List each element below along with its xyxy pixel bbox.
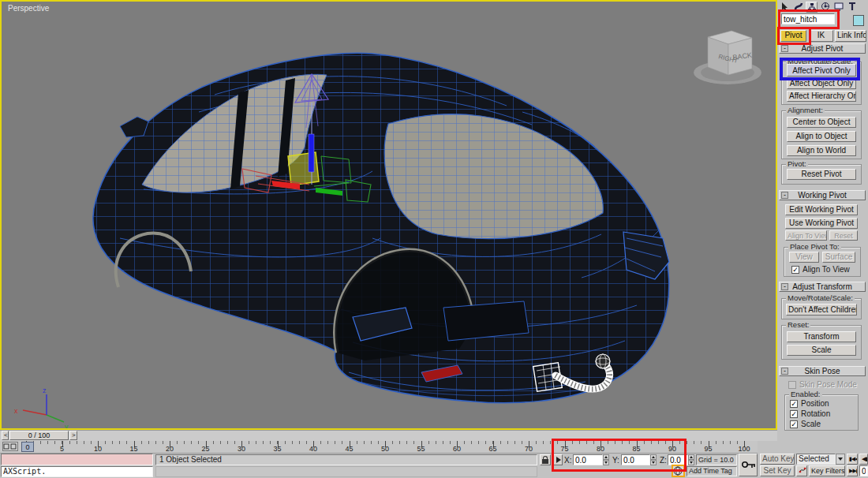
modify-tab-icon[interactable] xyxy=(792,2,804,13)
maxscript-mini-listener[interactable]: AXScript. xyxy=(1,466,153,477)
motion-tab-icon[interactable] xyxy=(819,2,831,13)
checkbox-checked-icon[interactable]: ✓ xyxy=(790,420,798,428)
current-frame-field[interactable] xyxy=(859,465,868,476)
viewport-scene[interactable]: RIGHT BACK x y z xyxy=(2,2,776,428)
checkbox-checked-icon[interactable]: ✓ xyxy=(790,410,798,418)
affect-object-only-button[interactable]: Affect Object Only xyxy=(787,78,856,89)
timeline-tick-label: 40 xyxy=(309,445,317,453)
timeline-tick-label: 35 xyxy=(273,445,281,453)
ik-subtab[interactable]: IK xyxy=(809,30,833,42)
perspective-viewport[interactable]: RIGHT BACK x y z Perspective xyxy=(0,0,777,430)
collapse-icon[interactable]: - xyxy=(781,192,788,199)
y-coord-label: Y: xyxy=(612,456,619,465)
skin-pose-mode-checkbox[interactable]: Skin Pose Mode xyxy=(788,380,857,389)
rotation-checkbox[interactable]: ✓ Rotation xyxy=(790,409,830,418)
timeline-tick-label: 45 xyxy=(345,445,353,453)
transform-button[interactable]: Transform xyxy=(787,331,856,342)
timeline-ruler[interactable]: 0510152025303540455055606570758085909510… xyxy=(0,441,758,454)
object-color-swatch[interactable] xyxy=(853,15,864,26)
z-coord-field[interactable] xyxy=(668,454,688,465)
y-coord-field[interactable] xyxy=(621,454,650,465)
z-coord-spinner[interactable] xyxy=(688,454,694,465)
display-tab-icon[interactable] xyxy=(832,2,844,13)
viewport-label[interactable]: Perspective xyxy=(8,4,49,13)
timeline-labels: 0510152025303540455055606570758085909510… xyxy=(0,441,758,454)
object-name-field[interactable] xyxy=(781,13,835,24)
timeline-tick-label: 30 xyxy=(238,445,245,453)
set-key-button[interactable]: Set Key xyxy=(760,465,795,476)
center-to-object-button[interactable]: Center to Object xyxy=(787,117,856,128)
utilities-tab-icon[interactable] xyxy=(846,2,858,13)
key-filters-button[interactable]: Key Filters... xyxy=(809,465,845,476)
lock-icon xyxy=(542,459,548,464)
align-to-world-button[interactable]: Align to World xyxy=(787,145,856,156)
command-panel-tabs xyxy=(779,2,858,13)
auto-key-button[interactable]: Auto Key xyxy=(760,454,795,465)
use-working-pivot-button[interactable]: Use Working Pivot xyxy=(785,218,858,229)
scale-button[interactable]: Scale xyxy=(787,345,856,356)
chevron-down-icon[interactable] xyxy=(836,454,845,465)
view-button[interactable]: View xyxy=(789,252,819,263)
adjust-transform-rollout[interactable]: - Adjust Transform xyxy=(779,282,866,292)
scale-checkbox[interactable]: ✓ Scale xyxy=(790,420,821,428)
checkbox-checked-icon[interactable]: ✓ xyxy=(791,266,799,274)
collapse-icon[interactable]: - xyxy=(781,283,788,290)
timeline-tick-label: 60 xyxy=(453,445,461,453)
trackbar-left-arrow[interactable]: < xyxy=(2,431,9,440)
reset-button[interactable]: Reset xyxy=(829,230,858,241)
trackbar-right-arrow[interactable]: > xyxy=(69,431,77,440)
timeline-tick-label: 65 xyxy=(488,445,496,453)
timeline-tick-label: 70 xyxy=(525,445,533,453)
timeline-tick-label: 95 xyxy=(704,445,712,453)
timeline-tick-label: 5 xyxy=(60,445,64,453)
svg-text:x: x xyxy=(14,407,18,415)
macro-recorder-field[interactable] xyxy=(1,454,153,465)
edit-working-pivot-button[interactable]: Edit Working Pivot xyxy=(785,204,858,215)
adjust-pivot-rollout[interactable]: - Adjust Pivot xyxy=(779,43,866,54)
x-coord-spinner[interactable] xyxy=(603,454,609,465)
x-coord-field[interactable] xyxy=(573,454,603,465)
trackbar-thumb[interactable]: 0 / 100 xyxy=(9,431,69,440)
position-checkbox[interactable]: ✓ Position xyxy=(790,399,829,408)
add-time-tag-field[interactable]: Add Time Tag xyxy=(687,466,737,476)
absolute-mode-toggle[interactable] xyxy=(553,454,563,465)
create-tab-icon[interactable] xyxy=(779,2,791,13)
reset-pivot-button[interactable]: Reset Pivot xyxy=(787,169,856,180)
svg-text:y: y xyxy=(65,423,69,428)
set-keys-button[interactable] xyxy=(739,454,758,476)
car-wireframe-model[interactable] xyxy=(93,53,669,402)
link-info-subtab[interactable]: Link Info xyxy=(835,30,866,42)
grid-size-field: Grid = 10.0 xyxy=(696,454,737,465)
working-pivot-rollout[interactable]: - Working Pivot xyxy=(779,190,866,200)
key-tangent-icon[interactable] xyxy=(796,465,807,476)
go-to-start-button[interactable]: ▮◀◀ xyxy=(847,454,858,465)
viewcube[interactable]: RIGHT BACK xyxy=(694,31,761,84)
skin-pose-rollout[interactable]: - Skin Pose xyxy=(779,366,866,376)
collapse-icon[interactable]: - xyxy=(781,45,788,52)
timeline-mini-icon[interactable] xyxy=(2,442,18,451)
affect-hierarchy-only-button[interactable]: Affect Hierarchy Only xyxy=(787,91,856,102)
checkbox-unchecked-icon[interactable] xyxy=(788,381,796,389)
collapse-icon[interactable]: - xyxy=(781,368,788,375)
align-to-view-button[interactable]: Align To View xyxy=(785,230,827,241)
selection-status-field: 1 Object Selected xyxy=(155,454,537,465)
command-panel: Pivot IK Link Info - Adjust Pivot Move/R… xyxy=(777,0,868,478)
selection-lock-toggle[interactable] xyxy=(540,454,551,465)
y-coord-spinner[interactable] xyxy=(650,454,657,465)
hierarchy-tab-icon[interactable] xyxy=(806,2,817,13)
pivot-subtab[interactable]: Pivot xyxy=(780,30,806,42)
surface-button[interactable]: Surface xyxy=(822,252,855,263)
align-to-view-checkbox[interactable]: ✓ Align To View xyxy=(791,265,850,274)
timeline-tick-label: 75 xyxy=(560,445,568,453)
affect-pivot-only-button[interactable]: Affect Pivot Only xyxy=(787,64,856,77)
previous-frame-button[interactable]: ◀▮ xyxy=(859,454,868,465)
coordinate-globe-icon[interactable] xyxy=(672,465,685,477)
go-to-end-button[interactable]: ▶▶▮ xyxy=(847,465,858,476)
time-slider-thumb[interactable]: 0 xyxy=(21,442,34,452)
trackbar-scroll xyxy=(0,430,777,441)
checkbox-checked-icon[interactable]: ✓ xyxy=(790,400,798,408)
timeline-tick-label: 55 xyxy=(417,445,425,453)
dont-affect-children-button[interactable]: Don't Affect Children xyxy=(786,304,857,316)
selection-set-dropdown[interactable]: Selected xyxy=(796,454,845,465)
align-to-object-button[interactable]: Align to Object xyxy=(787,131,856,142)
